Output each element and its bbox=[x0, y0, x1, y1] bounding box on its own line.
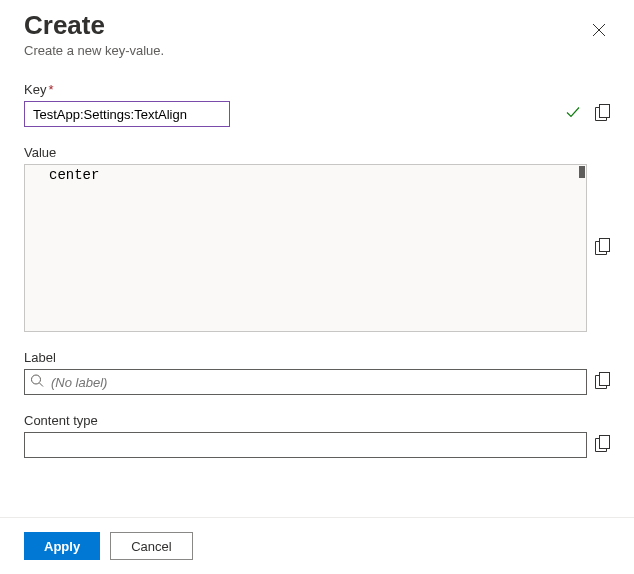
close-button[interactable] bbox=[588, 18, 610, 44]
key-label: Key* bbox=[24, 82, 610, 97]
key-input[interactable] bbox=[24, 101, 230, 127]
content-type-label: Content type bbox=[24, 413, 610, 428]
svg-rect-1 bbox=[600, 239, 610, 252]
value-textarea[interactable]: center bbox=[24, 164, 587, 332]
svg-rect-5 bbox=[600, 436, 610, 449]
copy-value-button[interactable] bbox=[595, 236, 610, 260]
copy-icon bbox=[595, 104, 610, 121]
label-field-label: Label bbox=[24, 350, 610, 365]
copy-icon bbox=[595, 435, 610, 452]
footer: Apply Cancel bbox=[0, 517, 634, 574]
content-type-input[interactable] bbox=[24, 432, 587, 458]
page-subtitle: Create a new key-value. bbox=[24, 43, 164, 58]
value-scrollbar[interactable] bbox=[579, 166, 585, 178]
close-icon bbox=[592, 23, 606, 37]
value-text-content: center bbox=[25, 165, 586, 185]
svg-rect-0 bbox=[600, 105, 610, 118]
copy-key-button[interactable] bbox=[595, 102, 610, 126]
copy-icon bbox=[595, 238, 610, 255]
label-input[interactable] bbox=[24, 369, 587, 395]
required-indicator: * bbox=[48, 82, 53, 97]
apply-button[interactable]: Apply bbox=[24, 532, 100, 560]
copy-content-type-button[interactable] bbox=[595, 433, 610, 457]
page-title: Create bbox=[24, 10, 164, 41]
value-label: Value bbox=[24, 145, 610, 160]
copy-icon bbox=[595, 372, 610, 389]
copy-label-button[interactable] bbox=[595, 370, 610, 394]
svg-rect-4 bbox=[600, 373, 610, 386]
checkmark-icon bbox=[565, 105, 581, 124]
cancel-button[interactable]: Cancel bbox=[110, 532, 192, 560]
